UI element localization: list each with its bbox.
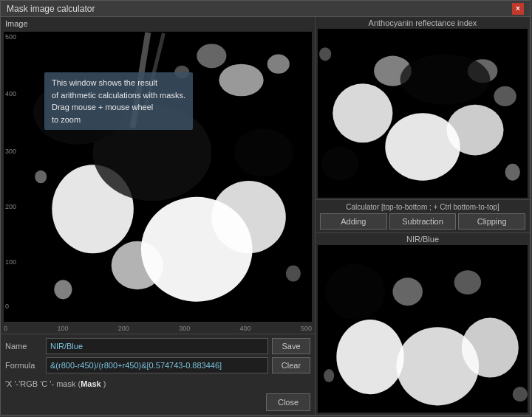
svg-point-10	[33, 80, 123, 145]
svg-point-4	[112, 241, 163, 290]
adding-button[interactable]: Adding	[320, 213, 387, 230]
image-section-label: Image	[1, 17, 315, 30]
x-tick-500: 500	[301, 325, 312, 332]
svg-point-36	[513, 387, 528, 402]
name-label: Name	[5, 342, 46, 351]
formula-input[interactable]	[46, 357, 268, 373]
svg-point-28	[319, 47, 331, 61]
bottom-panel: Name Save Formula Clear 'X '-'RGB 'C '- …	[1, 334, 315, 415]
formula-row: Formula Clear	[5, 357, 310, 373]
top-right-svg	[318, 29, 528, 198]
close-row: Close	[5, 393, 310, 411]
y-tick-400: 400	[5, 90, 16, 97]
window-close-button[interactable]: ×	[512, 3, 524, 15]
y-tick-300: 300	[5, 148, 16, 155]
subtraction-button[interactable]: Subtraction	[389, 213, 457, 230]
clipping-button[interactable]: Clipping	[458, 213, 525, 230]
y-tick-200: 200	[5, 203, 16, 210]
mask-text-prefix: 'X '-'RGB 'C '- mask (	[5, 379, 81, 388]
mask-text: 'X '-'RGB 'C '- mask (Mask )	[5, 376, 310, 391]
clear-button[interactable]: Clear	[272, 357, 310, 373]
x-tick-400: 400	[240, 325, 251, 332]
name-input[interactable]	[46, 338, 268, 354]
main-content: Image 500 400 300 200 100 0	[1, 17, 530, 415]
svg-point-25	[400, 54, 491, 105]
svg-point-23	[494, 86, 516, 106]
svg-point-32	[462, 317, 519, 377]
window-title: Mask image calculator	[7, 4, 95, 14]
svg-point-7	[197, 44, 226, 68]
formula-label: Formula	[5, 361, 46, 370]
y-tick-100: 100	[5, 258, 16, 266]
mask-text-bold: Mask	[81, 379, 101, 388]
calculator-label: Calculator [top-to-bottom ; + Ctrl botto…	[320, 203, 525, 211]
svg-point-6	[267, 55, 290, 74]
name-row: Name Save	[5, 338, 310, 354]
main-image-svg	[4, 32, 312, 322]
svg-point-27	[505, 164, 520, 181]
x-tick-200: 200	[118, 325, 129, 332]
mask-text-suffix: )	[101, 379, 106, 388]
svg-point-26	[321, 147, 359, 181]
calc-buttons: Adding Subtraction Clipping	[320, 213, 525, 230]
svg-point-5	[219, 64, 263, 97]
svg-point-20	[446, 105, 503, 156]
right-top-section: Anthocyanin reflectance index	[316, 17, 530, 199]
right-panel: Anthocyanin reflectance index	[315, 17, 530, 415]
svg-point-11	[233, 128, 293, 177]
svg-point-35	[325, 263, 385, 320]
x-axis: 0 100 200 300 400 500	[1, 323, 315, 334]
svg-point-3	[211, 181, 285, 253]
x-tick-100: 100	[57, 325, 68, 332]
y-tick-500: 500	[5, 33, 16, 41]
main-image-area: 500 400 300 200 100 0	[4, 32, 312, 322]
svg-point-15	[54, 280, 72, 299]
right-bottom-section: NIR/Blue	[316, 232, 530, 416]
svg-point-8	[174, 66, 189, 78]
title-bar: Mask image calculator ×	[1, 1, 530, 17]
main-window: Mask image calculator × Image 500 400 30…	[0, 0, 531, 416]
svg-point-14	[35, 170, 47, 183]
bottom-right-image	[318, 245, 528, 413]
svg-point-37	[324, 369, 334, 382]
save-button[interactable]: Save	[272, 338, 310, 354]
x-tick-300: 300	[179, 325, 190, 332]
bottom-right-svg	[318, 245, 528, 413]
top-right-image	[318, 29, 528, 198]
bottom-section-label: NIR/Blue	[316, 233, 530, 245]
calculator-section: Calculator [top-to-bottom ; + Ctrl botto…	[316, 199, 530, 232]
svg-point-33	[392, 278, 423, 306]
close-button[interactable]: Close	[266, 393, 310, 411]
top-section-label: Anthocyanin reflectance index	[316, 17, 530, 29]
svg-point-30	[336, 320, 403, 394]
svg-point-34	[454, 270, 482, 294]
svg-point-16	[286, 266, 301, 282]
svg-point-18	[332, 83, 392, 142]
left-panel: Image 500 400 300 200 100 0	[1, 17, 315, 415]
x-tick-0: 0	[4, 325, 7, 332]
y-tick-0: 0	[5, 303, 9, 310]
